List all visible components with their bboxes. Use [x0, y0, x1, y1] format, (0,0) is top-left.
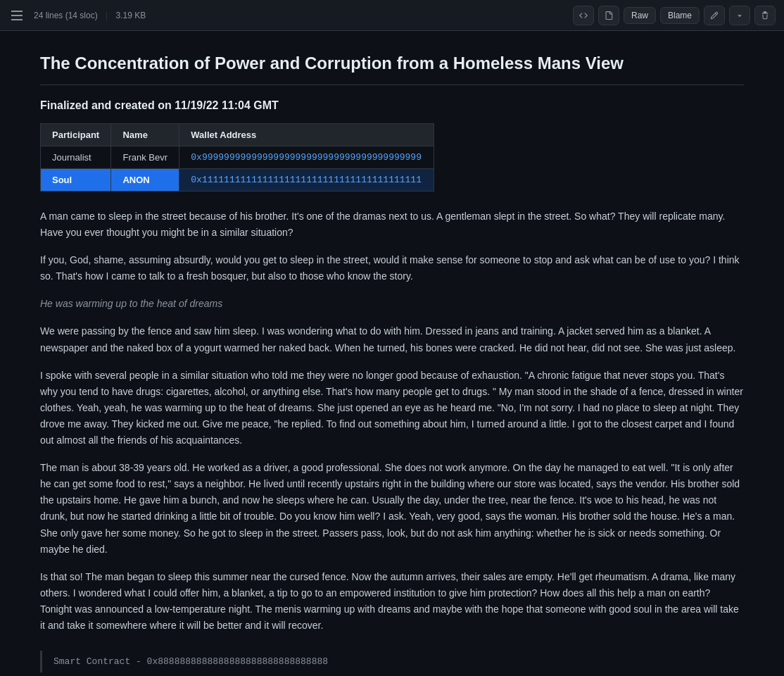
file-icon: [605, 10, 613, 21]
code-icon: [579, 10, 588, 21]
file-info: 24 lines (14 sloc) | 3.19 KB: [34, 11, 146, 20]
main-content: The Concentration of Power and Corruptio…: [12, 31, 772, 676]
col-header-name: Name: [111, 124, 179, 146]
toolbar-left: 24 lines (14 sloc) | 3.19 KB: [8, 8, 146, 23]
paragraph-4: We were passing by the fence and saw him…: [40, 323, 744, 356]
doc-body: A man came to sleep in the street becaus…: [40, 208, 744, 634]
name-frank: Frank Bevr: [111, 146, 179, 169]
wallet-soul: 0x11111111111111111111111111111111111111…: [179, 169, 434, 192]
file-size: 3.19 KB: [116, 11, 146, 20]
more-options-button[interactable]: [729, 6, 750, 25]
name-anon: ANON: [111, 169, 179, 192]
blame-button[interactable]: Blame: [660, 7, 700, 24]
doc-subtitle: Finalized and created on 11/19/22 11:04 …: [40, 99, 744, 112]
paragraph-7: Is that so! The man began to sleep this …: [40, 569, 744, 634]
toolbar: 24 lines (14 sloc) | 3.19 KB Raw Blame: [0, 0, 784, 31]
lines-info: 24 lines (14 sloc): [34, 11, 98, 20]
table-row-highlighted: Soul ANON 0x1111111111111111111111111111…: [41, 169, 434, 192]
hamburger-icon[interactable]: [8, 8, 25, 23]
file-icon-button[interactable]: [598, 6, 619, 25]
edit-icon-button[interactable]: [704, 6, 725, 25]
delete-icon-button[interactable]: [754, 6, 776, 25]
wallet-journalist: 0x99999999999999999999999999999999999999…: [179, 146, 434, 169]
raw-button[interactable]: Raw: [624, 7, 656, 24]
table-header-row: Participant Name Wallet Address: [41, 124, 434, 146]
paragraph-6: The man is about 38-39 years old. He wor…: [40, 460, 744, 558]
separator: |: [106, 11, 108, 20]
paragraph-3-italic: He was warming up to the heat of dreams: [40, 296, 744, 312]
col-header-wallet: Wallet Address: [179, 124, 434, 146]
table-row: Journalist Frank Bevr 0x9999999999999999…: [41, 146, 434, 169]
toolbar-right: Raw Blame: [573, 6, 776, 25]
doc-title: The Concentration of Power and Corruptio…: [40, 54, 744, 85]
paragraph-1: A man came to sleep in the street becaus…: [40, 208, 744, 241]
col-header-participant: Participant: [41, 124, 111, 146]
doc-footer: Smart Contract - 0x888888888888888888888…: [40, 651, 744, 672]
participant-journalist: Journalist: [41, 146, 111, 169]
edit-icon: [710, 10, 719, 21]
participants-table: Participant Name Wallet Address Journali…: [40, 123, 434, 192]
chevron-down-icon: [735, 10, 744, 21]
paragraph-5: I spoke with several people in a similar…: [40, 368, 744, 449]
smart-contract-info: Smart Contract - 0x888888888888888888888…: [53, 656, 328, 667]
code-icon-button[interactable]: [573, 6, 594, 25]
participant-soul: Soul: [41, 169, 111, 192]
paragraph-2: If you, God, shame, assuming absurdly, w…: [40, 252, 744, 284]
trash-icon: [761, 10, 769, 21]
